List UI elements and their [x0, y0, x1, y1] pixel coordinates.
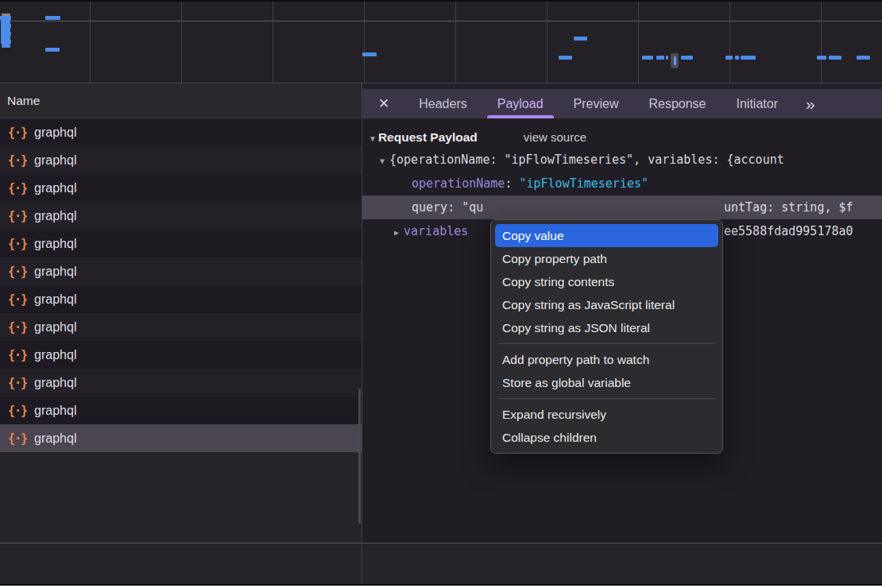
request-row[interactable]: {·}graphql	[0, 230, 362, 257]
detail-tabbar: ✕ HeadersPayloadPreviewResponseInitiator…	[362, 83, 882, 118]
property-key: variables	[404, 224, 468, 238]
expand-triangle-icon[interactable]: ▼	[380, 157, 385, 165]
request-row[interactable]: {·}graphql	[0, 174, 362, 202]
close-icon[interactable]: ✕	[362, 95, 404, 112]
variables-right-text: ee5588fdad995178a0	[724, 219, 853, 243]
menu-item-collapse-children[interactable]: Collapse children	[491, 426, 722, 449]
request-row[interactable]: {·}graphql	[0, 369, 362, 397]
overview-gridline	[90, 2, 91, 83]
json-braces-icon: {·}	[8, 209, 27, 223]
json-braces-icon: {·}	[8, 320, 27, 335]
overview-gridline	[181, 2, 182, 83]
operation-name-row[interactable]: operationName: "ipFlowTimeseries"	[362, 172, 882, 195]
request-timing-bar	[735, 56, 739, 60]
selected-request-marker	[671, 53, 679, 68]
menu-item-copy-property-path[interactable]: Copy property path	[491, 247, 722, 270]
request-name-label: graphql	[34, 181, 76, 195]
request-timing-bar	[681, 56, 693, 60]
json-braces-icon: {·}	[8, 126, 27, 140]
more-tabs-icon[interactable]: »	[795, 95, 826, 114]
object-preview-row[interactable]: ▼{operationName: "ipFlowTimeseries", var…	[362, 148, 882, 172]
colon: :	[505, 176, 519, 191]
json-braces-icon: {·}	[8, 431, 27, 446]
request-row[interactable]: {·}graphql	[0, 397, 362, 424]
tab-preview[interactable]: Preview	[559, 89, 634, 118]
query-right-text: untTag: string, $f	[724, 195, 853, 219]
menu-item-store-as-global-variable[interactable]: Store as global variable	[491, 371, 722, 394]
scrollbar-thumb[interactable]	[358, 389, 361, 524]
overview-gridline	[547, 2, 547, 83]
status-bar-left	[0, 544, 362, 584]
tab-headers[interactable]: Headers	[404, 89, 482, 118]
menu-separator	[498, 343, 715, 344]
request-name-label: graphql	[34, 292, 76, 307]
json-braces-icon: {·}	[8, 292, 27, 307]
overview-gridline	[729, 2, 730, 83]
overview-gridline	[273, 2, 273, 83]
network-overview-timeline[interactable]	[0, 0, 882, 83]
overview-gridline	[455, 2, 456, 83]
request-name-label: graphql	[34, 320, 76, 335]
json-braces-icon: {·}	[8, 348, 27, 362]
request-timing-bar	[559, 56, 572, 60]
menu-item-add-property-path-to-watch[interactable]: Add property path to watch	[491, 348, 722, 371]
request-row[interactable]: {·}graphql	[0, 202, 362, 230]
request-timing-bar	[741, 56, 756, 60]
request-timing-bar	[574, 37, 587, 41]
menu-item-copy-value[interactable]: Copy value	[495, 224, 718, 247]
column-header-name[interactable]: Name	[0, 83, 362, 118]
object-preview-text: {operationName: "ipFlowTimeseries", vari…	[389, 153, 784, 167]
request-row[interactable]: {·}graphql	[0, 118, 362, 146]
request-timing-bar	[362, 52, 377, 56]
marker-tick	[674, 56, 676, 65]
query-left-text: query: "qu	[412, 200, 483, 215]
request-name-label: graphql	[34, 237, 76, 251]
status-bar	[0, 543, 882, 584]
request-timing-bar	[829, 56, 841, 60]
request-row[interactable]: {·}graphql	[0, 257, 362, 285]
overview-gridline	[0, 21, 882, 21]
request-row[interactable]: {·}graphql	[0, 146, 362, 174]
property-key: operationName	[412, 176, 505, 191]
request-timing-bar	[725, 56, 733, 60]
request-name-label: graphql	[34, 376, 76, 390]
overview-gridline	[638, 2, 639, 83]
collapse-triangle-icon: ▼	[369, 134, 377, 143]
request-timing-bar	[656, 56, 664, 60]
request-name-label: graphql	[34, 431, 76, 446]
tab-response[interactable]: Response	[633, 89, 721, 118]
request-row[interactable]: {·}graphql	[0, 313, 362, 341]
section-title: Request Payload	[378, 130, 478, 145]
request-name-label: graphql	[34, 348, 76, 362]
menu-item-expand-recursively[interactable]: Expand recursively	[491, 403, 722, 426]
request-row[interactable]: {·}graphql	[0, 424, 362, 452]
expand-triangle-icon[interactable]: ▶	[394, 228, 399, 237]
request-name-label: graphql	[34, 126, 76, 140]
request-payload-section-header[interactable]: ▼ Request Payload view source	[362, 118, 882, 148]
request-name-label: graphql	[34, 265, 76, 279]
menu-item-copy-string-as-javascript-literal[interactable]: Copy string as JavaScript literal	[491, 293, 722, 316]
request-name-label: graphql	[34, 153, 76, 168]
menu-item-copy-string-as-json-literal[interactable]: Copy string as JSON literal	[491, 316, 722, 339]
overview-gridline	[821, 2, 822, 83]
menu-separator	[498, 398, 715, 399]
request-name-label: graphql	[34, 404, 76, 418]
view-source-toggle[interactable]: view source	[524, 130, 586, 144]
request-name-label: graphql	[34, 209, 76, 223]
menu-item-copy-string-contents[interactable]: Copy string contents	[491, 270, 722, 293]
request-timing-bar	[666, 56, 668, 60]
json-braces-icon: {·}	[8, 265, 27, 279]
request-row[interactable]: {·}graphql	[0, 341, 362, 369]
request-timing-bar	[45, 48, 60, 52]
header-band: Name ✕ HeadersPayloadPreviewResponseInit…	[0, 83, 882, 118]
json-braces-icon: {·}	[8, 376, 27, 390]
request-timing-bar	[2, 44, 10, 48]
request-timing-bar	[45, 16, 60, 20]
property-value: "ipFlowTimeseries"	[519, 176, 648, 191]
tab-payload[interactable]: Payload	[482, 89, 559, 118]
query-row-selected[interactable]: query: "qu untTag: string, $f	[362, 195, 882, 219]
request-timing-bar	[817, 56, 826, 60]
tab-initiator[interactable]: Initiator	[721, 89, 793, 118]
request-row[interactable]: {·}graphql	[0, 285, 362, 313]
json-braces-icon: {·}	[8, 153, 27, 168]
